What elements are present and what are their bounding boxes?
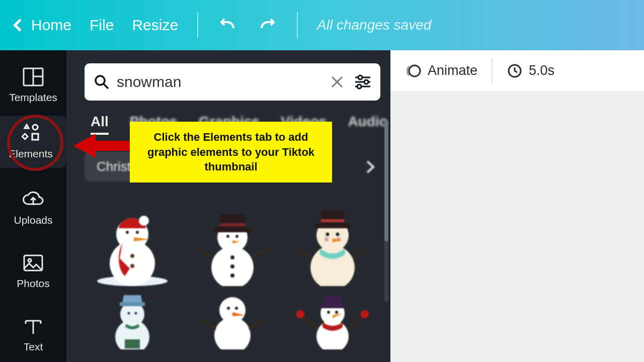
svg-rect-28 bbox=[214, 227, 251, 232]
toolbar-separator bbox=[197, 12, 198, 38]
result-item[interactable] bbox=[85, 191, 180, 286]
redo-button[interactable] bbox=[257, 15, 278, 36]
svg-rect-27 bbox=[220, 214, 245, 229]
chip-christmas[interactable]: Christmas bbox=[85, 152, 168, 182]
svg-point-67 bbox=[327, 311, 330, 314]
canvas-toolbar: Animate 5.0s bbox=[390, 50, 644, 92]
svg-rect-42 bbox=[321, 219, 344, 222]
canvas-area[interactable] bbox=[390, 92, 644, 362]
svg-line-36 bbox=[196, 247, 212, 257]
svg-point-72 bbox=[296, 310, 304, 318]
search-bar bbox=[85, 63, 380, 101]
result-item[interactable] bbox=[185, 289, 280, 349]
svg-line-48 bbox=[295, 249, 312, 258]
svg-point-54 bbox=[134, 312, 137, 315]
svg-point-45 bbox=[325, 237, 329, 241]
svg-point-19 bbox=[139, 216, 149, 226]
snowman-icon bbox=[195, 289, 270, 349]
svg-point-58 bbox=[227, 307, 230, 310]
svg-point-13 bbox=[364, 80, 368, 84]
chip-partial[interactable]: e bbox=[283, 152, 314, 182]
sidebar-item-elements[interactable]: Elements bbox=[0, 116, 66, 168]
svg-point-34 bbox=[230, 264, 234, 268]
back-home-button[interactable]: Home bbox=[15, 17, 71, 34]
svg-rect-40 bbox=[321, 210, 344, 225]
result-item[interactable] bbox=[185, 191, 280, 286]
clear-search-icon[interactable] bbox=[330, 75, 344, 89]
svg-point-30 bbox=[226, 235, 229, 238]
tab-photos[interactable]: Photos bbox=[130, 114, 178, 135]
tab-all[interactable]: All bbox=[91, 114, 109, 135]
duration-label: 5.0s bbox=[529, 63, 554, 78]
toolbar-separator bbox=[492, 59, 493, 83]
text-icon bbox=[22, 316, 45, 337]
svg-rect-3 bbox=[32, 134, 38, 140]
svg-point-43 bbox=[326, 233, 330, 236]
svg-point-11 bbox=[358, 75, 362, 79]
scrollbar-thumb[interactable] bbox=[384, 121, 388, 241]
tab-graphics[interactable]: Graphics bbox=[199, 114, 260, 135]
save-status-text: All changes saved bbox=[317, 17, 431, 33]
file-label: File bbox=[90, 17, 114, 34]
left-rail: Templates Elements Uploads Photos bbox=[0, 50, 66, 362]
animate-label: Animate bbox=[428, 63, 477, 78]
svg-rect-55 bbox=[125, 339, 140, 348]
sidebar-item-templates[interactable]: Templates bbox=[0, 59, 66, 112]
result-item[interactable] bbox=[85, 289, 180, 349]
snowman-icon bbox=[190, 193, 275, 286]
result-item[interactable] bbox=[285, 289, 380, 349]
svg-rect-41 bbox=[315, 223, 350, 228]
svg-rect-52 bbox=[120, 302, 145, 306]
redo-icon bbox=[257, 17, 278, 33]
file-menu-button[interactable]: File bbox=[90, 17, 114, 34]
search-filters-icon[interactable] bbox=[354, 74, 371, 89]
sidebar-item-label: Templates bbox=[9, 92, 57, 104]
photos-icon bbox=[22, 252, 45, 274]
animate-button[interactable]: Animate bbox=[405, 62, 477, 79]
chips-next-button[interactable] bbox=[360, 157, 380, 177]
resize-menu-button[interactable]: Resize bbox=[132, 17, 178, 34]
sidebar-item-photos[interactable]: Photos bbox=[0, 245, 66, 298]
svg-point-73 bbox=[361, 310, 369, 318]
svg-point-20 bbox=[126, 231, 129, 234]
svg-point-23 bbox=[130, 254, 134, 258]
snowman-icon bbox=[290, 193, 375, 286]
tab-videos[interactable]: Videos bbox=[281, 114, 327, 135]
panel-scrollbar[interactable] bbox=[384, 121, 388, 302]
svg-point-44 bbox=[336, 233, 340, 236]
suggestion-chips: Christmas hidden e bbox=[85, 152, 380, 182]
svg-point-53 bbox=[127, 312, 130, 315]
svg-line-49 bbox=[353, 249, 370, 258]
sidebar-item-uploads[interactable]: Uploads bbox=[0, 182, 66, 234]
templates-icon bbox=[22, 66, 45, 87]
sidebar-item-text[interactable]: Text bbox=[0, 309, 66, 361]
search-input[interactable] bbox=[117, 73, 323, 90]
elements-icon bbox=[19, 123, 42, 144]
search-icon bbox=[94, 74, 110, 90]
result-item[interactable] bbox=[285, 191, 380, 286]
resize-label: Resize bbox=[132, 17, 178, 34]
sidebar-item-label: Uploads bbox=[14, 214, 52, 226]
toolbar-separator bbox=[297, 12, 298, 38]
svg-point-35 bbox=[230, 274, 234, 278]
canvas-column: Animate 5.0s bbox=[390, 50, 644, 362]
snowman-icon bbox=[90, 193, 175, 286]
svg-point-38 bbox=[310, 245, 355, 286]
tab-audio[interactable]: Audio bbox=[348, 114, 387, 135]
svg-point-74 bbox=[409, 65, 420, 76]
sidebar-item-label: Photos bbox=[17, 278, 49, 290]
svg-point-24 bbox=[130, 264, 134, 268]
clock-icon bbox=[507, 63, 523, 79]
snowman-icon bbox=[95, 289, 170, 349]
undo-button[interactable] bbox=[217, 15, 238, 36]
elements-panel: All Photos Graphics Videos Audio Christm… bbox=[66, 50, 390, 362]
svg-line-61 bbox=[200, 318, 216, 329]
duration-button[interactable]: 5.0s bbox=[507, 63, 554, 79]
top-app-bar: Home File Resize All changes saved bbox=[0, 0, 644, 50]
svg-rect-66 bbox=[319, 304, 346, 308]
sidebar-item-label: Text bbox=[24, 341, 43, 353]
undo-icon bbox=[217, 17, 238, 33]
chevron-right-icon bbox=[365, 159, 375, 174]
snowman-icon bbox=[292, 289, 373, 349]
svg-point-31 bbox=[235, 235, 238, 238]
